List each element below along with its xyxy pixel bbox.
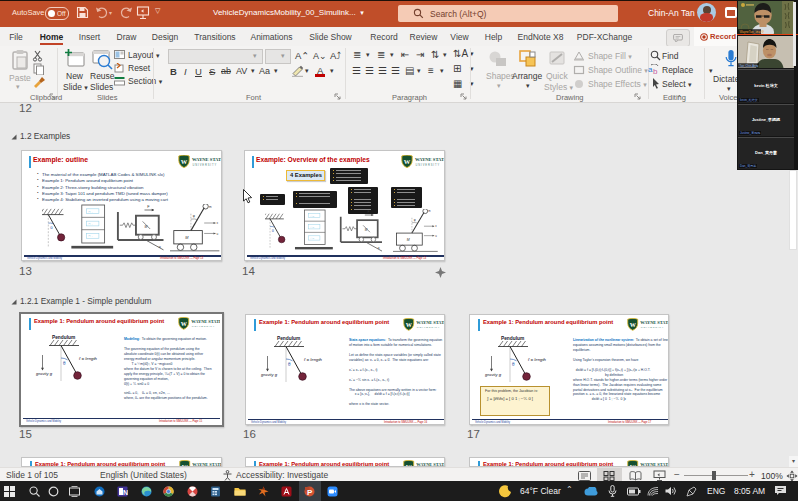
svg-text:Tan_Chin-An陈: Tan_Chin-An陈 — [740, 64, 759, 68]
svg-text:b: b — [653, 67, 658, 75]
svg-text:P: P — [307, 488, 313, 497]
svg-text:N: N — [123, 489, 128, 496]
